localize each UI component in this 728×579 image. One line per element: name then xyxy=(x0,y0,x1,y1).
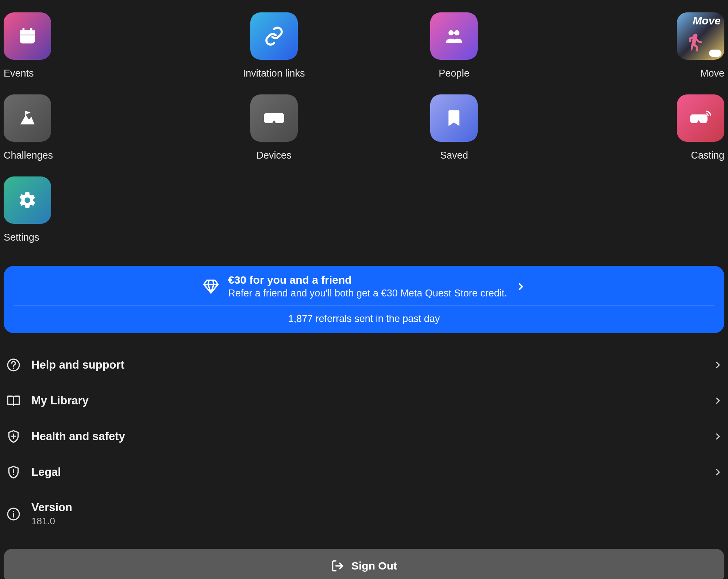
app-label: Devices xyxy=(257,150,292,161)
svg-rect-2 xyxy=(23,28,25,32)
app-label: Saved xyxy=(440,150,468,161)
app-invitation-links[interactable]: Invitation links xyxy=(184,12,364,79)
referral-subtitle: Refer a friend and you'll both get a €30… xyxy=(228,288,507,299)
move-logo-text: Move xyxy=(693,15,721,27)
app-label: Casting xyxy=(691,150,724,161)
chevron-right-icon xyxy=(713,432,722,441)
app-label: Challenges xyxy=(4,150,53,161)
referral-banner: €30 for you and a friend Refer a friend … xyxy=(4,266,724,333)
chevron-right-icon xyxy=(713,396,722,405)
app-events[interactable]: Events xyxy=(4,12,184,79)
svg-point-6 xyxy=(454,30,459,35)
app-tile xyxy=(430,94,478,142)
app-grid: Events Invitation links People Move Move xyxy=(4,4,724,256)
chevron-right-icon xyxy=(516,282,525,291)
mountain-flag-icon xyxy=(18,109,37,128)
svg-rect-3 xyxy=(30,28,32,32)
gear-icon xyxy=(18,191,37,210)
svg-rect-1 xyxy=(20,30,35,34)
referral-title: €30 for you and a friend xyxy=(228,274,507,286)
link-icon xyxy=(264,26,284,46)
app-tile xyxy=(677,94,724,142)
sign-out-label: Sign Out xyxy=(351,560,397,572)
help-circle-icon xyxy=(6,358,21,372)
app-move[interactable]: Move Move xyxy=(544,12,724,79)
app-saved[interactable]: Saved xyxy=(364,94,544,161)
fitness-person-icon xyxy=(683,31,705,53)
menu-health-safety[interactable]: Health and safety xyxy=(4,419,724,454)
referral-text: €30 for you and a friend Refer a friend … xyxy=(228,274,507,299)
menu-list: Help and support My Library Health and s… xyxy=(4,347,724,538)
svg-rect-4 xyxy=(20,35,35,36)
cast-headset-icon xyxy=(690,110,711,126)
shield-plus-icon xyxy=(6,430,21,443)
people-icon xyxy=(444,26,464,46)
menu-version: Version 181.0 xyxy=(4,490,724,538)
app-label: People xyxy=(439,68,469,79)
app-label: Events xyxy=(4,68,34,79)
app-devices[interactable]: Devices xyxy=(184,94,364,161)
app-label: Invitation links xyxy=(243,68,305,79)
svg-point-13 xyxy=(13,511,14,512)
svg-rect-8 xyxy=(25,111,26,117)
svg-point-10 xyxy=(13,368,14,369)
app-tile xyxy=(430,12,478,60)
shield-alert-icon xyxy=(6,465,21,479)
menu-label: Help and support xyxy=(31,358,703,372)
menu-label: Version xyxy=(31,501,722,514)
menu-legal[interactable]: Legal xyxy=(4,454,724,490)
menu-label: My Library xyxy=(31,394,703,407)
referral-footer: 1,877 referrals sent in the past day xyxy=(14,306,714,325)
menu-help-support[interactable]: Help and support xyxy=(4,347,724,383)
calendar-icon xyxy=(18,26,37,46)
book-open-icon xyxy=(6,394,21,408)
app-label: Settings xyxy=(4,232,39,243)
version-value: 181.0 xyxy=(31,516,722,527)
svg-point-5 xyxy=(448,30,454,35)
app-label: Move xyxy=(700,68,724,79)
app-tile xyxy=(4,12,51,60)
app-challenges[interactable]: Challenges xyxy=(4,94,184,161)
chevron-right-icon xyxy=(713,361,722,369)
app-tile xyxy=(250,94,298,142)
app-tile xyxy=(4,94,51,142)
app-casting[interactable]: Casting xyxy=(544,94,724,161)
app-tile xyxy=(250,12,298,60)
app-people[interactable]: People xyxy=(364,12,544,79)
sign-out-icon xyxy=(331,559,344,572)
svg-point-11 xyxy=(13,474,14,475)
oculus-badge-icon xyxy=(709,50,721,57)
app-tile: Move xyxy=(677,12,724,60)
info-icon xyxy=(6,507,21,521)
menu-label: Health and safety xyxy=(31,430,703,443)
menu-label: Legal xyxy=(31,466,703,479)
app-tile xyxy=(4,176,51,224)
app-settings[interactable]: Settings xyxy=(4,176,184,243)
sign-out-button[interactable]: Sign Out xyxy=(4,549,724,579)
bookmark-icon xyxy=(447,109,461,127)
menu-my-library[interactable]: My Library xyxy=(4,383,724,419)
chevron-right-icon xyxy=(713,468,722,477)
referral-link[interactable]: €30 for you and a friend Refer a friend … xyxy=(14,274,714,306)
vr-headset-icon xyxy=(264,111,284,125)
diamond-icon xyxy=(203,278,219,295)
